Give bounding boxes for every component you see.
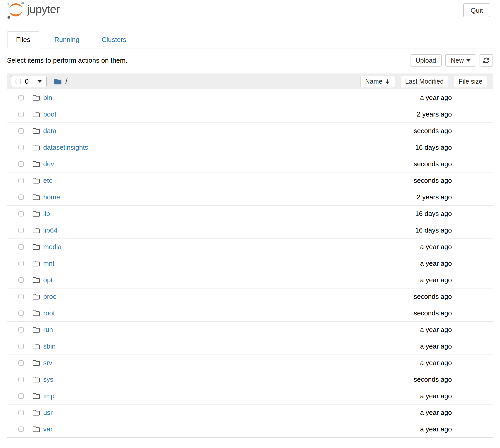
folder-link[interactable]: mnt (43, 259, 54, 268)
folder-icon (32, 244, 40, 250)
jupyter-logo[interactable]: jupyter (7, 2, 60, 19)
folder-link[interactable]: bin (43, 94, 52, 102)
folder-link[interactable]: dev (43, 160, 54, 168)
sort-name-label: Name (365, 78, 383, 85)
file-row: etc seconds ago (7, 172, 493, 189)
breadcrumb-root-link[interactable]: / (65, 77, 67, 86)
row-checkbox[interactable] (18, 178, 24, 183)
file-row: mnt a year ago (7, 255, 493, 272)
folder-link[interactable]: var (43, 425, 53, 433)
folder-icon (32, 327, 40, 333)
folder-link[interactable]: run (43, 326, 53, 334)
new-button[interactable]: New (445, 54, 476, 67)
tab-files[interactable]: Files (7, 31, 39, 48)
select-all-checkbox[interactable] (16, 79, 21, 84)
folder-link[interactable]: opt (43, 276, 53, 284)
file-row: lib 16 days ago (7, 205, 493, 222)
folder-icon (32, 194, 40, 200)
file-row: datasetinsights 16 days ago (7, 139, 493, 156)
last-modified-value: 16 days ago (415, 210, 493, 218)
file-list: bin a year ago boot 2 years ago data sec… (7, 89, 493, 437)
last-modified-value: seconds ago (414, 309, 493, 317)
folder-link[interactable]: usr (43, 409, 53, 417)
last-modified-value: 16 days ago (415, 226, 493, 234)
folder-link[interactable]: tmp (43, 392, 54, 400)
file-row: root seconds ago (7, 305, 493, 321)
folder-icon (32, 343, 40, 350)
sort-name-button[interactable]: Name (361, 76, 395, 87)
last-modified-value: 2 years ago (417, 193, 493, 201)
file-row: srv a year ago (7, 355, 493, 371)
tab-bar: Files Running Clusters (7, 31, 493, 48)
row-checkbox[interactable] (18, 194, 24, 200)
row-checkbox[interactable] (18, 294, 24, 299)
row-checkbox[interactable] (18, 95, 24, 100)
row-checkbox[interactable] (18, 261, 24, 266)
last-modified-value: a year ago (420, 392, 493, 400)
row-checkbox[interactable] (18, 310, 24, 316)
row-checkbox[interactable] (18, 112, 24, 117)
upload-button[interactable]: Upload (410, 54, 442, 67)
folder-link[interactable]: etc (43, 177, 52, 185)
folder-link[interactable]: home (43, 193, 60, 201)
folder-icon (32, 161, 40, 167)
row-checkbox[interactable] (18, 161, 24, 167)
action-toolbar: Select items to perform actions on them.… (7, 54, 493, 67)
select-dropdown-toggle[interactable] (33, 76, 46, 87)
tab-clusters[interactable]: Clusters (94, 31, 134, 48)
folder-link[interactable]: sys (43, 375, 53, 384)
file-row: lib64 16 days ago (7, 222, 493, 239)
tab-running[interactable]: Running (47, 31, 87, 48)
file-row: usr a year ago (7, 404, 493, 421)
folder-icon (32, 211, 40, 217)
row-checkbox[interactable] (18, 327, 24, 333)
refresh-button[interactable] (480, 54, 493, 67)
row-checkbox[interactable] (18, 427, 24, 432)
row-checkbox[interactable] (18, 393, 24, 399)
row-checkbox[interactable] (18, 377, 24, 382)
row-checkbox[interactable] (18, 360, 24, 366)
row-checkbox[interactable] (18, 244, 24, 250)
row-checkbox[interactable] (18, 277, 24, 283)
sort-last-modified-button[interactable]: Last Modified (401, 76, 448, 87)
folder-link[interactable]: datasetinsights (43, 143, 88, 151)
folder-icon (32, 111, 40, 118)
file-row: media a year ago (7, 239, 493, 255)
last-modified-value: a year ago (420, 259, 493, 268)
file-row: proc seconds ago (7, 288, 493, 305)
app-header: jupyter Quit (0, 0, 500, 21)
jupyter-logo-text: jupyter (27, 3, 60, 16)
folder-link[interactable]: sbin (43, 342, 56, 350)
folder-link[interactable]: media (43, 243, 62, 251)
folder-link[interactable]: srv (43, 359, 52, 367)
folder-icon (32, 393, 40, 399)
folder-icon (32, 144, 40, 151)
row-checkbox[interactable] (18, 211, 24, 216)
last-modified-value: a year ago (420, 243, 493, 251)
row-checkbox[interactable] (18, 145, 24, 150)
folder-link[interactable]: boot (43, 110, 56, 118)
folder-icon (32, 177, 40, 184)
select-all-section[interactable]: 0 (11, 76, 33, 87)
folder-link[interactable]: data (43, 127, 56, 135)
breadcrumb-folder-icon[interactable] (54, 78, 62, 85)
row-checkbox[interactable] (18, 228, 24, 233)
folder-icon (32, 227, 40, 234)
row-checkbox[interactable] (18, 410, 24, 415)
folder-link[interactable]: root (43, 309, 55, 317)
folder-link[interactable]: proc (43, 293, 56, 301)
last-modified-value: seconds ago (414, 160, 493, 168)
folder-icon (32, 360, 40, 366)
sort-file-size-button[interactable]: File size (454, 76, 487, 87)
last-modified-value: a year ago (420, 409, 493, 417)
folder-link[interactable]: lib (43, 210, 50, 218)
folder-icon (32, 128, 40, 134)
new-button-label: New (451, 57, 464, 64)
quit-button[interactable]: Quit (463, 3, 490, 17)
row-checkbox[interactable] (18, 344, 24, 349)
folder-link[interactable]: lib64 (43, 226, 57, 234)
arrow-down-icon (385, 79, 390, 84)
file-row: run a year ago (7, 321, 493, 338)
folder-icon (32, 277, 40, 283)
row-checkbox[interactable] (18, 128, 24, 134)
